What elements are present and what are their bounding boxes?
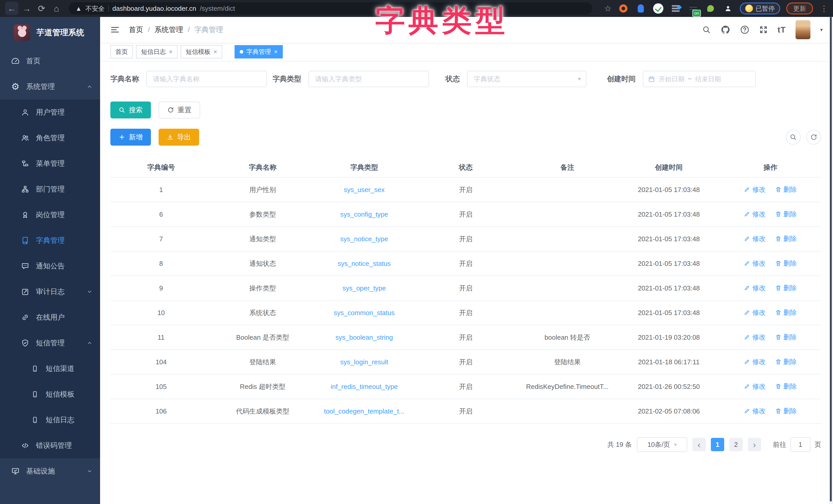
update-button[interactable]: 更新 (786, 3, 813, 14)
browser-home-icon[interactable]: ⌂ (50, 2, 63, 15)
delete-link[interactable]: 删除 (775, 210, 797, 219)
sidebar-item-post-mgmt[interactable]: 岗位管理 (0, 202, 100, 228)
sidebar-item-dict-mgmt[interactable]: 字典管理 (0, 228, 100, 253)
sidebar-item-error-code[interactable]: 错误码管理 (0, 433, 100, 458)
delete-link[interactable]: 删除 (775, 308, 797, 317)
help-icon[interactable] (740, 25, 749, 34)
status-select[interactable]: 字典状态 ▾ (467, 71, 587, 87)
dict-type-input[interactable] (308, 71, 429, 87)
bookmark-star-icon[interactable]: ☆ (604, 4, 612, 13)
avatar[interactable] (795, 20, 810, 39)
delete-link[interactable]: 删除 (775, 234, 797, 243)
delete-link[interactable]: 删除 (775, 185, 797, 194)
next-page-button[interactable]: › (748, 438, 761, 451)
page-size-select[interactable]: 10条/页 ▾ (637, 437, 687, 452)
reset-button[interactable]: 重置 (159, 102, 200, 119)
browser-forward-icon[interactable]: → (20, 2, 33, 15)
export-button[interactable]: 导出 (159, 129, 199, 146)
scrollbar-thumb[interactable] (830, 17, 832, 501)
sidebar-item-sms-channel[interactable]: 短信渠道 (0, 356, 100, 381)
sidebar-item-system[interactable]: ⚙ 系统管理 (0, 74, 100, 99)
refresh-icon[interactable] (806, 130, 821, 145)
edit-link[interactable]: 修改 (744, 407, 765, 415)
dict-type-link[interactable]: tool_codegen_template_t... (324, 407, 404, 415)
sidebar-item-home[interactable]: 首页 (0, 48, 100, 74)
edit-link[interactable]: 修改 (744, 210, 765, 219)
add-button[interactable]: 新增 (110, 129, 151, 146)
dict-name-input[interactable] (146, 71, 267, 87)
delete-link[interactable]: 删除 (775, 283, 797, 293)
extension-check-icon[interactable] (652, 3, 664, 14)
fullscreen-icon[interactable] (759, 25, 768, 34)
dict-type-link[interactable]: sys_config_type (340, 210, 388, 218)
sidebar-item-user-mgmt[interactable]: 用户管理 (0, 99, 100, 125)
font-size-icon[interactable]: tT (778, 25, 786, 34)
close-icon[interactable]: × (214, 49, 217, 55)
search-icon[interactable] (702, 25, 711, 34)
dict-type-link[interactable]: sys_common_status (334, 309, 395, 317)
browser-menu-icon[interactable]: ⋮ (820, 4, 828, 13)
browser-reload-icon[interactable]: ⟳ (35, 2, 48, 15)
prev-page-button[interactable]: ‹ (692, 438, 706, 451)
sidebar-item-dept-mgmt[interactable]: 部门管理 (0, 176, 100, 202)
dict-type-link[interactable]: sys_boolean_string (335, 333, 393, 341)
delete-link[interactable]: 删除 (775, 259, 797, 268)
breadcrumb-home[interactable]: 首页 (129, 25, 143, 34)
browser-back-icon[interactable]: ← (5, 2, 19, 15)
dict-type-link[interactable]: sys_notice_type (340, 235, 388, 243)
extension-person-icon[interactable] (722, 3, 734, 14)
edit-link[interactable]: 修改 (744, 234, 765, 243)
edit-link[interactable]: 修改 (744, 185, 765, 194)
delete-link[interactable]: 删除 (775, 333, 797, 342)
extension-donut-icon[interactable] (618, 3, 629, 14)
cell-dict-name: Boolean 是否类型 (212, 325, 314, 350)
page-scrollbar[interactable] (829, 17, 833, 504)
dict-type-link[interactable]: inf_redis_timeout_type (331, 383, 398, 390)
tab-dict-mgmt[interactable]: 字典管理 × (235, 45, 283, 58)
github-icon[interactable] (721, 25, 730, 34)
dict-type-link[interactable]: sys_user_sex (344, 186, 385, 194)
tab-home[interactable]: 首页 (110, 45, 133, 58)
edit-link[interactable]: 修改 (744, 382, 765, 391)
dict-type-link[interactable]: sys_login_result (340, 358, 388, 366)
sidebar-item-notice-mgmt[interactable]: 通知公告 (0, 253, 100, 279)
breadcrumb-system[interactable]: 系统管理 (154, 25, 183, 34)
close-icon[interactable]: × (169, 49, 172, 55)
edit-link[interactable]: 修改 (744, 308, 765, 317)
edit-link[interactable]: 修改 (744, 283, 765, 293)
sidebar-item-sms-template[interactable]: 短信模板 (0, 381, 100, 407)
paused-badge[interactable]: 已暂停 (740, 3, 780, 14)
extension-bulb-icon[interactable] (635, 3, 646, 14)
goto-page-input[interactable]: 1 (790, 437, 810, 452)
tab-sms-log[interactable]: 短信日志 × (136, 45, 177, 58)
date-range-picker[interactable]: 开始日期 ~ 结束日期 (643, 71, 756, 87)
edit-link[interactable]: 修改 (744, 357, 765, 366)
app-logo-row[interactable]: 芋道管理系统 (0, 17, 100, 48)
sidebar-item-audit-log[interactable]: 审计日志 (0, 279, 100, 305)
sidebar-item-sms-log[interactable]: 短信日志 (0, 407, 100, 433)
dict-type-link[interactable]: sys_notice_status (338, 260, 391, 268)
dict-type-link[interactable]: sys_oper_type (342, 284, 386, 292)
sidebar-item-role-mgmt[interactable]: 角色管理 (0, 125, 100, 151)
sidebar-item-online-users[interactable]: 在线用户 (0, 305, 100, 330)
close-icon[interactable]: × (274, 49, 278, 55)
delete-link[interactable]: 删除 (775, 357, 797, 366)
edit-link[interactable]: 修改 (744, 333, 765, 342)
address-bar[interactable]: ▲ 不安全 dashboard.yudao.iocoder.cn/system/… (69, 2, 592, 15)
hamburger-icon[interactable] (110, 25, 120, 34)
avatar-caret-icon[interactable]: ▾ (820, 27, 823, 33)
toggle-search-icon[interactable] (786, 130, 801, 145)
delete-link[interactable]: 删除 (775, 382, 797, 391)
page-button-1[interactable]: 1 (711, 438, 724, 451)
extension-grid-icon[interactable] (670, 3, 681, 14)
sidebar-item-infrastructure[interactable]: 基础设施 (0, 458, 100, 484)
search-button[interactable]: 搜索 (110, 102, 151, 119)
sidebar-item-sms-mgmt[interactable]: 短信管理 (0, 330, 100, 356)
edit-link[interactable]: 修改 (744, 259, 765, 268)
page-button-2[interactable]: 2 (729, 438, 743, 451)
extension-leaf-icon[interactable] (705, 3, 716, 14)
tab-sms-template[interactable]: 短信模板 × (181, 45, 222, 58)
delete-link[interactable]: 删除 (775, 407, 797, 415)
sidebar-item-menu-mgmt[interactable]: 菜单管理 (0, 151, 100, 176)
extension-on-icon[interactable]: on (688, 3, 699, 14)
